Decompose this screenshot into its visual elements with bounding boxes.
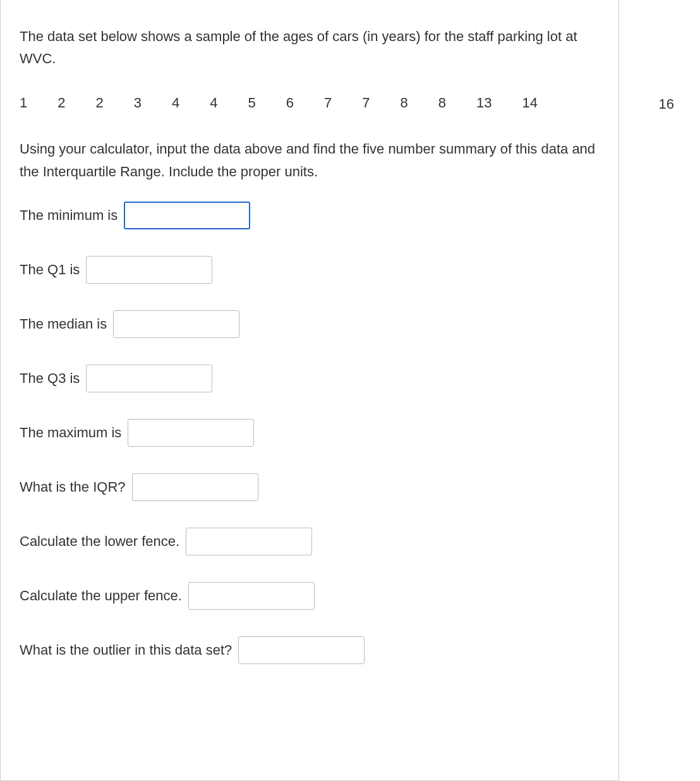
- lower-fence-input[interactable]: [186, 528, 312, 555]
- iqr-row: What is the IQR?: [20, 473, 600, 501]
- minimum-label: The minimum is: [20, 207, 118, 224]
- data-value: 6: [286, 95, 294, 111]
- median-input[interactable]: [113, 310, 239, 338]
- maximum-label: The maximum is: [20, 425, 121, 441]
- data-value: 13: [476, 95, 492, 111]
- iqr-label: What is the IQR?: [20, 479, 126, 495]
- outlier-input[interactable]: [238, 636, 365, 664]
- instruction-text: Using your calculator, input the data ab…: [20, 138, 600, 182]
- data-value: 1: [20, 95, 27, 111]
- data-value: 3: [134, 95, 142, 111]
- intro-text: The data set below shows a sample of the…: [20, 25, 600, 70]
- q3-input[interactable]: [86, 365, 212, 392]
- maximum-row: The maximum is: [20, 419, 600, 447]
- minimum-row: The minimum is: [20, 202, 600, 229]
- q3-row: The Q3 is: [20, 365, 600, 392]
- lower-fence-label: Calculate the lower fence.: [20, 533, 179, 550]
- data-value: 7: [324, 95, 332, 111]
- q1-row: The Q1 is: [20, 256, 600, 284]
- data-value: 2: [57, 95, 65, 111]
- question-container: The data set below shows a sample of the…: [0, 0, 619, 781]
- upper-fence-label: Calculate the upper fence.: [20, 588, 182, 604]
- data-values-row: 1 2 2 3 4 4 5 6 7 7 8 8 13 14: [20, 95, 600, 111]
- data-value: 8: [438, 95, 446, 111]
- data-value: 8: [401, 95, 408, 111]
- data-value: 14: [522, 95, 537, 111]
- maximum-input[interactable]: [128, 419, 254, 447]
- outlier-label: What is the outlier in this data set?: [20, 642, 232, 658]
- q3-label: The Q3 is: [20, 370, 80, 387]
- data-value: 5: [248, 95, 256, 111]
- upper-fence-row: Calculate the upper fence.: [20, 582, 600, 610]
- data-value: 4: [172, 95, 179, 111]
- data-value: 4: [210, 95, 217, 111]
- median-label: The median is: [20, 316, 107, 332]
- q1-input[interactable]: [86, 256, 212, 284]
- upper-fence-input[interactable]: [188, 582, 315, 610]
- data-value: 7: [362, 95, 370, 111]
- lower-fence-row: Calculate the lower fence.: [20, 528, 600, 555]
- outlier-row: What is the outlier in this data set?: [20, 636, 600, 664]
- minimum-input[interactable]: [124, 202, 250, 229]
- iqr-input[interactable]: [132, 473, 258, 501]
- median-row: The median is: [20, 310, 600, 338]
- data-value: 2: [96, 95, 104, 111]
- q1-label: The Q1 is: [20, 262, 80, 278]
- data-value-overflow: 16: [659, 96, 674, 112]
